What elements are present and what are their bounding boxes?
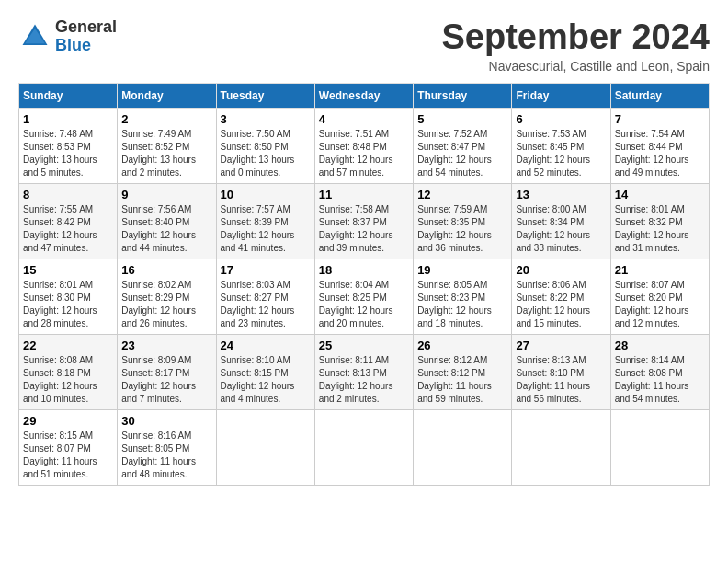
day-info: Sunrise: 7:48 AMSunset: 8:53 PMDaylight:… bbox=[23, 128, 113, 179]
col-monday: Monday bbox=[118, 83, 216, 108]
calendar-cell: 13Sunrise: 8:00 AMSunset: 8:34 PMDayligh… bbox=[512, 183, 610, 259]
calendar-cell: 19Sunrise: 8:05 AMSunset: 8:23 PMDayligh… bbox=[414, 259, 512, 334]
day-number: 17 bbox=[221, 263, 311, 277]
day-number: 2 bbox=[121, 112, 211, 126]
day-info: Sunrise: 7:56 AMSunset: 8:40 PMDaylight:… bbox=[121, 203, 211, 255]
day-info: Sunrise: 8:13 AMSunset: 8:10 PMDaylight:… bbox=[516, 354, 606, 406]
calendar-cell: 25Sunrise: 8:11 AMSunset: 8:13 PMDayligh… bbox=[314, 334, 413, 409]
day-number: 29 bbox=[23, 414, 113, 428]
calendar-cell: 26Sunrise: 8:12 AMSunset: 8:12 PMDayligh… bbox=[414, 334, 512, 409]
calendar-cell: 11Sunrise: 7:58 AMSunset: 8:37 PMDayligh… bbox=[314, 183, 413, 259]
page-header: General Blue September 2024 Navaescurial… bbox=[18, 18, 710, 74]
calendar-week-5: 29Sunrise: 8:15 AMSunset: 8:07 PMDayligh… bbox=[19, 409, 710, 485]
calendar-cell bbox=[314, 409, 413, 485]
day-number: 19 bbox=[417, 263, 507, 277]
col-tuesday: Tuesday bbox=[216, 83, 314, 108]
calendar-cell bbox=[414, 409, 512, 485]
col-saturday: Saturday bbox=[610, 83, 709, 108]
day-number: 6 bbox=[516, 112, 606, 126]
calendar-cell: 2Sunrise: 7:49 AMSunset: 8:52 PMDaylight… bbox=[118, 108, 216, 183]
calendar-week-4: 22Sunrise: 8:08 AMSunset: 8:18 PMDayligh… bbox=[19, 334, 710, 409]
day-number: 25 bbox=[319, 339, 409, 352]
calendar-week-2: 8Sunrise: 7:55 AMSunset: 8:42 PMDaylight… bbox=[19, 183, 710, 259]
day-info: Sunrise: 8:01 AMSunset: 8:30 PMDaylight:… bbox=[23, 279, 113, 330]
day-info: Sunrise: 8:01 AMSunset: 8:32 PMDaylight:… bbox=[615, 203, 705, 255]
day-number: 14 bbox=[615, 188, 705, 201]
day-info: Sunrise: 8:09 AMSunset: 8:17 PMDaylight:… bbox=[121, 354, 211, 406]
day-info: Sunrise: 7:57 AMSunset: 8:39 PMDaylight:… bbox=[221, 203, 311, 255]
day-info: Sunrise: 8:08 AMSunset: 8:18 PMDaylight:… bbox=[23, 354, 113, 406]
day-number: 23 bbox=[121, 339, 211, 352]
day-number: 7 bbox=[615, 112, 705, 126]
calendar-cell: 14Sunrise: 8:01 AMSunset: 8:32 PMDayligh… bbox=[610, 183, 709, 259]
day-info: Sunrise: 7:55 AMSunset: 8:42 PMDaylight:… bbox=[23, 203, 113, 255]
day-info: Sunrise: 8:02 AMSunset: 8:29 PMDaylight:… bbox=[121, 279, 211, 330]
col-thursday: Thursday bbox=[414, 83, 512, 108]
calendar-cell: 7Sunrise: 7:54 AMSunset: 8:44 PMDaylight… bbox=[610, 108, 709, 183]
day-number: 20 bbox=[516, 263, 606, 277]
day-info: Sunrise: 7:49 AMSunset: 8:52 PMDaylight:… bbox=[121, 128, 211, 179]
calendar-cell: 17Sunrise: 8:03 AMSunset: 8:27 PMDayligh… bbox=[216, 259, 314, 334]
calendar-cell: 20Sunrise: 8:06 AMSunset: 8:22 PMDayligh… bbox=[512, 259, 610, 334]
calendar-cell: 29Sunrise: 8:15 AMSunset: 8:07 PMDayligh… bbox=[19, 409, 118, 485]
day-number: 16 bbox=[121, 263, 211, 277]
calendar-cell: 4Sunrise: 7:51 AMSunset: 8:48 PMDaylight… bbox=[314, 108, 413, 183]
calendar-cell: 9Sunrise: 7:56 AMSunset: 8:40 PMDaylight… bbox=[118, 183, 216, 259]
day-number: 11 bbox=[319, 188, 409, 201]
day-number: 18 bbox=[319, 263, 409, 277]
calendar-cell: 5Sunrise: 7:52 AMSunset: 8:47 PMDaylight… bbox=[414, 108, 512, 183]
day-info: Sunrise: 8:15 AMSunset: 8:07 PMDaylight:… bbox=[23, 430, 113, 481]
day-info: Sunrise: 8:04 AMSunset: 8:25 PMDaylight:… bbox=[319, 279, 409, 330]
logo-icon bbox=[18, 20, 51, 53]
day-number: 13 bbox=[516, 188, 606, 201]
day-number: 4 bbox=[319, 112, 409, 126]
calendar-cell bbox=[512, 409, 610, 485]
calendar-cell bbox=[610, 409, 709, 485]
day-info: Sunrise: 8:06 AMSunset: 8:22 PMDaylight:… bbox=[516, 279, 606, 330]
calendar-cell: 23Sunrise: 8:09 AMSunset: 8:17 PMDayligh… bbox=[118, 334, 216, 409]
calendar-cell: 6Sunrise: 7:53 AMSunset: 8:45 PMDaylight… bbox=[512, 108, 610, 183]
header-row: Sunday Monday Tuesday Wednesday Thursday… bbox=[19, 83, 710, 108]
calendar-cell: 27Sunrise: 8:13 AMSunset: 8:10 PMDayligh… bbox=[512, 334, 610, 409]
calendar-cell: 12Sunrise: 7:59 AMSunset: 8:35 PMDayligh… bbox=[414, 183, 512, 259]
day-info: Sunrise: 8:11 AMSunset: 8:13 PMDaylight:… bbox=[319, 354, 409, 406]
day-info: Sunrise: 8:16 AMSunset: 8:05 PMDaylight:… bbox=[121, 430, 211, 481]
calendar-week-1: 1Sunrise: 7:48 AMSunset: 8:53 PMDaylight… bbox=[19, 108, 710, 183]
day-info: Sunrise: 7:52 AMSunset: 8:47 PMDaylight:… bbox=[417, 128, 507, 179]
day-number: 5 bbox=[417, 112, 507, 126]
day-number: 9 bbox=[121, 188, 211, 201]
day-info: Sunrise: 7:59 AMSunset: 8:35 PMDaylight:… bbox=[417, 203, 507, 255]
day-number: 15 bbox=[23, 263, 113, 277]
logo-text: General Blue bbox=[55, 18, 117, 55]
calendar-cell: 30Sunrise: 8:16 AMSunset: 8:05 PMDayligh… bbox=[118, 409, 216, 485]
calendar-week-3: 15Sunrise: 8:01 AMSunset: 8:30 PMDayligh… bbox=[19, 259, 710, 334]
day-number: 10 bbox=[221, 188, 311, 201]
calendar-cell: 21Sunrise: 8:07 AMSunset: 8:20 PMDayligh… bbox=[610, 259, 709, 334]
location: Navaescurial, Castille and Leon, Spain bbox=[442, 59, 711, 74]
col-sunday: Sunday bbox=[19, 83, 118, 108]
day-info: Sunrise: 8:10 AMSunset: 8:15 PMDaylight:… bbox=[221, 354, 311, 406]
day-info: Sunrise: 8:14 AMSunset: 8:08 PMDaylight:… bbox=[615, 354, 705, 406]
calendar-cell: 22Sunrise: 8:08 AMSunset: 8:18 PMDayligh… bbox=[19, 334, 118, 409]
day-info: Sunrise: 7:54 AMSunset: 8:44 PMDaylight:… bbox=[615, 128, 705, 179]
day-number: 1 bbox=[23, 112, 113, 126]
calendar-cell: 3Sunrise: 7:50 AMSunset: 8:50 PMDaylight… bbox=[216, 108, 314, 183]
day-info: Sunrise: 8:12 AMSunset: 8:12 PMDaylight:… bbox=[417, 354, 507, 406]
month-title: September 2024 bbox=[442, 18, 711, 57]
day-info: Sunrise: 8:07 AMSunset: 8:20 PMDaylight:… bbox=[615, 279, 705, 330]
day-info: Sunrise: 7:53 AMSunset: 8:45 PMDaylight:… bbox=[516, 128, 606, 179]
col-friday: Friday bbox=[512, 83, 610, 108]
day-number: 12 bbox=[417, 188, 507, 201]
calendar-cell: 16Sunrise: 8:02 AMSunset: 8:29 PMDayligh… bbox=[118, 259, 216, 334]
calendar-cell: 24Sunrise: 8:10 AMSunset: 8:15 PMDayligh… bbox=[216, 334, 314, 409]
calendar-cell: 1Sunrise: 7:48 AMSunset: 8:53 PMDaylight… bbox=[19, 108, 118, 183]
day-number: 3 bbox=[221, 112, 311, 126]
day-info: Sunrise: 7:50 AMSunset: 8:50 PMDaylight:… bbox=[221, 128, 311, 179]
col-wednesday: Wednesday bbox=[314, 83, 413, 108]
calendar-table: Sunday Monday Tuesday Wednesday Thursday… bbox=[18, 83, 710, 486]
calendar-cell: 15Sunrise: 8:01 AMSunset: 8:30 PMDayligh… bbox=[19, 259, 118, 334]
day-number: 24 bbox=[221, 339, 311, 352]
calendar-cell bbox=[216, 409, 314, 485]
calendar-cell: 10Sunrise: 7:57 AMSunset: 8:39 PMDayligh… bbox=[216, 183, 314, 259]
calendar-cell: 8Sunrise: 7:55 AMSunset: 8:42 PMDaylight… bbox=[19, 183, 118, 259]
